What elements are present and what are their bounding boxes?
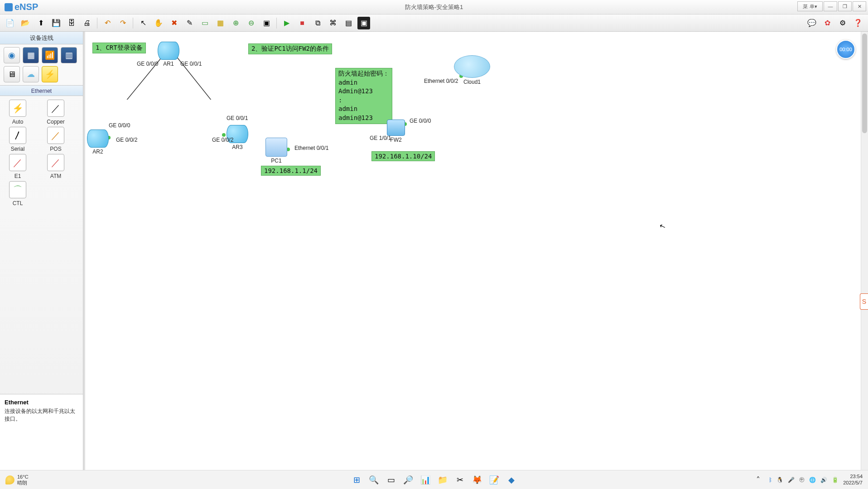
port-label: GE 1/0/1	[370, 135, 391, 141]
firefox-app[interactable]: 🦊	[471, 474, 483, 486]
link-e1[interactable]: ／E1	[3, 154, 33, 179]
port-label: GE 0/0/0	[109, 122, 130, 129]
capture-button[interactable]: ⧉	[311, 17, 324, 29]
taskbar-weather[interactable]: 16°C 晴朗	[0, 474, 34, 485]
separator	[276, 18, 277, 29]
link-copper[interactable]: ／Copper	[41, 100, 71, 125]
device-cloud1[interactable]: Cloud1	[454, 55, 490, 85]
palette-header: 设备连线	[0, 32, 83, 44]
port-label: GE 0/0/1	[227, 115, 248, 121]
category-cloud[interactable]: ☁	[23, 66, 39, 82]
zoom-in-button[interactable]: ⊕	[229, 17, 242, 29]
edit-button[interactable]: ✎	[183, 17, 196, 29]
mic-icon[interactable]: 🎤	[788, 477, 795, 483]
window-controls: 菜 单▾ — ❐ ✕	[797, 1, 866, 11]
undo-button[interactable]: ↶	[101, 17, 114, 29]
app-logo: eNSP	[0, 2, 43, 12]
maximize-button[interactable]: ❐	[838, 1, 852, 11]
zoom-out-button[interactable]: ⊖	[245, 17, 257, 29]
ime-icon[interactable]: ㊥	[799, 476, 805, 484]
battery-icon[interactable]: 🔋	[832, 477, 839, 483]
device-ar1[interactable]: AR1	[158, 42, 179, 67]
start-button[interactable]: ▶	[280, 17, 293, 29]
file-explorer[interactable]: 📁	[436, 474, 449, 486]
qq-icon[interactable]: 🐧	[776, 477, 783, 483]
device-pc1[interactable]: PC1	[265, 138, 287, 164]
category-wlan[interactable]: 📶	[42, 47, 58, 63]
scrollbar-thumb[interactable]	[862, 34, 867, 133]
close-button[interactable]: ✕	[853, 1, 866, 11]
open-topo-button[interactable]: 📂	[19, 17, 32, 29]
select-tool-button[interactable]: ↖	[137, 17, 149, 29]
windows-taskbar: 16°C 晴朗 ⊞ 🔍 ▭ 🔎 📊 📁 ✂ 🦊 📝 ◆ ˄ ᛒ 🐧 🎤 ㊥ 🌐 …	[0, 470, 868, 489]
network-icon[interactable]: 🌐	[809, 477, 816, 483]
ensp-app[interactable]: ◆	[505, 474, 518, 486]
palette-description: Ethernet 连接设备的以太网和千兆以太接口。	[0, 394, 83, 471]
category-row-2: 🖥 ☁ ⚡	[0, 66, 83, 85]
device-palette: 设备连线 ◉ ▦ 📶 ▥ 🖥 ☁ ⚡ Ethernet ⚡Auto ／Coppe…	[0, 32, 83, 471]
print-button[interactable]: 🖨	[81, 17, 93, 29]
vertical-scrollbar[interactable]	[861, 32, 868, 471]
huawei-icon[interactable]: ✿	[821, 17, 834, 29]
note-button[interactable]: ▭	[198, 17, 211, 29]
pc-icon	[265, 138, 287, 157]
notes-app[interactable]: 📝	[488, 474, 501, 486]
pan-tool-button[interactable]: ✋	[152, 17, 165, 29]
settings-button[interactable]: ⚙	[836, 17, 849, 29]
category-firewall[interactable]: ▥	[61, 47, 77, 63]
volume-icon[interactable]: 🔊	[820, 477, 827, 483]
link-auto[interactable]: ⚡Auto	[3, 100, 33, 125]
new-topo-button[interactable]: 📄	[4, 17, 16, 29]
port-label: GE 0/0/1	[180, 61, 202, 67]
simulation-clock[interactable]: 00:00	[836, 40, 855, 59]
system-tray: ˄ ᛒ 🐧 🎤 ㊥ 🌐 🔊 🔋 23:54 2022/5/7	[746, 474, 868, 486]
note-verify-pc1[interactable]: 2、验证PC1访问FW2的条件	[248, 43, 332, 54]
feedback-button[interactable]: 💬	[805, 17, 818, 29]
link-pos[interactable]: ／POS	[41, 127, 71, 152]
note-ip-pc1[interactable]: 192.168.1.1/24	[261, 166, 321, 176]
weather-icon	[5, 475, 14, 484]
stop-button[interactable]: ■	[296, 17, 309, 29]
note-ip-fw2[interactable]: 192.168.1.10/24	[371, 151, 435, 161]
everything-app[interactable]: 🔎	[402, 474, 415, 486]
category-link[interactable]: ⚡	[42, 66, 58, 82]
category-router[interactable]: ◉	[4, 47, 20, 63]
tray-expand[interactable]: ˄	[752, 474, 764, 486]
note-firewall-pwd[interactable]: 防火墙起始密码： admin Admin@123 : admin admin@1…	[335, 68, 392, 124]
category-pc[interactable]: 🖥	[4, 66, 20, 82]
port-label: GE 0/0/2	[116, 137, 137, 143]
mouse-cursor: ↖	[658, 221, 667, 231]
redo-button[interactable]: ↷	[116, 17, 129, 29]
title-bar: eNSP 防火墙策略-安全策略1 菜 单▾ — ❐ ✕	[0, 0, 868, 14]
snipping-tool[interactable]: ✂	[453, 474, 466, 486]
palette-button[interactable]: ▦	[214, 17, 227, 29]
bluetooth-icon[interactable]: ᛒ	[769, 477, 772, 483]
import-button[interactable]: ⬆	[34, 17, 47, 29]
help-button[interactable]: ❓	[852, 17, 864, 29]
atm-icon: ／	[47, 154, 64, 171]
taskview-button[interactable]: ▭	[385, 474, 397, 486]
cli-button[interactable]: ⌘	[327, 17, 339, 29]
minimize-button[interactable]: —	[824, 1, 837, 11]
menu-button[interactable]: 菜 单▾	[797, 1, 823, 11]
grid-button[interactable]: ▤	[342, 17, 355, 29]
link-serial[interactable]: 〳Serial	[3, 127, 33, 152]
monitor-app[interactable]: 📊	[419, 474, 432, 486]
screenshot-button[interactable]: ▣	[357, 17, 370, 29]
topology-canvas[interactable]: 1、CRT登录设备 2、验证PC1访问FW2的条件 防火墙起始密码： admin…	[83, 32, 868, 471]
link-atm[interactable]: ／ATM	[41, 154, 71, 179]
save-as-button[interactable]: 🗄	[65, 17, 78, 29]
delete-button[interactable]: ✖	[168, 17, 180, 29]
desc-title: Ethernet	[5, 399, 78, 406]
save-button[interactable]: 💾	[50, 17, 63, 29]
note-crt-login[interactable]: 1、CRT登录设备	[92, 43, 146, 53]
search-button[interactable]: 🔍	[367, 474, 380, 486]
start-button[interactable]: ⊞	[350, 474, 363, 486]
fit-button[interactable]: ▣	[260, 17, 273, 29]
sogou-ime-widget[interactable]: S	[860, 293, 868, 310]
device-ar2[interactable]: AR2	[87, 129, 109, 155]
auto-icon: ⚡	[9, 100, 26, 117]
category-switch[interactable]: ▦	[23, 47, 39, 63]
tray-clock[interactable]: 23:54 2022/5/7	[843, 474, 863, 485]
link-ctl[interactable]: ⌒CTL	[3, 181, 33, 206]
